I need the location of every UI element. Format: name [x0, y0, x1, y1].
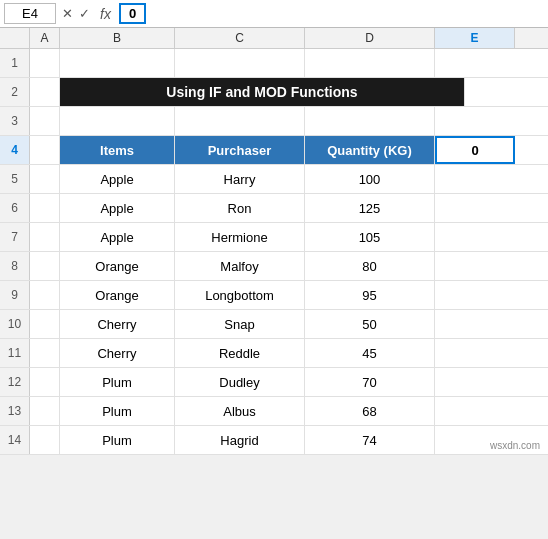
cell-reference-box[interactable]: E4 — [4, 3, 56, 24]
cell-a3[interactable] — [30, 107, 60, 135]
cell-e3[interactable] — [435, 107, 515, 135]
cell-a6[interactable] — [30, 194, 60, 222]
cell-e6[interactable] — [435, 194, 515, 222]
row-num-11: 11 — [0, 339, 30, 367]
row-2: 2 Using IF and MOD Functions — [0, 78, 548, 107]
row-12: 12 Plum Dudley 70 — [0, 368, 548, 397]
row-num-header — [0, 28, 30, 48]
cell-c9[interactable]: Longbottom — [175, 281, 305, 309]
cell-d12[interactable]: 70 — [305, 368, 435, 396]
cell-a1[interactable] — [30, 49, 60, 77]
confirm-icon[interactable]: ✓ — [77, 6, 92, 21]
cell-b8[interactable]: Orange — [60, 252, 175, 280]
cell-a10[interactable] — [30, 310, 60, 338]
cell-c11[interactable]: Reddle — [175, 339, 305, 367]
cell-a2[interactable] — [30, 78, 60, 106]
col-header-a: A — [30, 28, 60, 48]
cell-b14[interactable]: Plum — [60, 426, 175, 454]
cell-a8[interactable] — [30, 252, 60, 280]
cell-b10[interactable]: Cherry — [60, 310, 175, 338]
cell-d3[interactable] — [305, 107, 435, 135]
header-items[interactable]: Items — [60, 136, 175, 164]
row-num-10: 10 — [0, 310, 30, 338]
cell-d10[interactable]: 50 — [305, 310, 435, 338]
cancel-icon[interactable]: ✕ — [60, 6, 75, 21]
header-purchaser[interactable]: Purchaser — [175, 136, 305, 164]
col-header-e: E — [435, 28, 515, 48]
cell-e12[interactable] — [435, 368, 515, 396]
row-num-8: 8 — [0, 252, 30, 280]
row-11: 11 Cherry Reddle 45 — [0, 339, 548, 368]
row-9: 9 Orange Longbottom 95 — [0, 281, 548, 310]
row-3: 3 — [0, 107, 548, 136]
cell-b9[interactable]: Orange — [60, 281, 175, 309]
cell-b5[interactable]: Apple — [60, 165, 175, 193]
cell-c5[interactable]: Harry — [175, 165, 305, 193]
row-num-13: 13 — [0, 397, 30, 425]
cell-e2[interactable] — [465, 78, 545, 106]
cell-d9[interactable]: 95 — [305, 281, 435, 309]
row-num-2: 2 — [0, 78, 30, 106]
row-num-12: 12 — [0, 368, 30, 396]
cell-b11[interactable]: Cherry — [60, 339, 175, 367]
cell-c8[interactable]: Malfoy — [175, 252, 305, 280]
cell-e10[interactable] — [435, 310, 515, 338]
cell-c14[interactable]: Hagrid — [175, 426, 305, 454]
cell-a13[interactable] — [30, 397, 60, 425]
cell-d8[interactable]: 80 — [305, 252, 435, 280]
cell-c10[interactable]: Snap — [175, 310, 305, 338]
header-quantity[interactable]: Quantity (KG) — [305, 136, 435, 164]
cell-a9[interactable] — [30, 281, 60, 309]
cell-e5[interactable] — [435, 165, 515, 193]
cell-b6[interactable]: Apple — [60, 194, 175, 222]
cell-e9[interactable] — [435, 281, 515, 309]
cell-d11[interactable]: 45 — [305, 339, 435, 367]
cell-e8[interactable] — [435, 252, 515, 280]
col-header-d: D — [305, 28, 435, 48]
spreadsheet: A B C D E 1 2 Using IF and MOD Functions… — [0, 28, 548, 455]
cell-a11[interactable] — [30, 339, 60, 367]
col-header-c: C — [175, 28, 305, 48]
cell-d5[interactable]: 100 — [305, 165, 435, 193]
row-13: 13 Plum Albus 68 — [0, 397, 548, 426]
row-num-1: 1 — [0, 49, 30, 77]
cell-d6[interactable]: 125 — [305, 194, 435, 222]
cell-b1[interactable] — [60, 49, 175, 77]
cell-b13[interactable]: Plum — [60, 397, 175, 425]
cell-d13[interactable]: 68 — [305, 397, 435, 425]
cell-c1[interactable] — [175, 49, 305, 77]
cell-c6[interactable]: Ron — [175, 194, 305, 222]
row-5: 5 Apple Harry 100 — [0, 165, 548, 194]
cell-a14[interactable] — [30, 426, 60, 454]
cell-d7[interactable]: 105 — [305, 223, 435, 251]
spreadsheet-title: Using IF and MOD Functions — [60, 78, 465, 106]
cell-c12[interactable]: Dudley — [175, 368, 305, 396]
row-10: 10 Cherry Snap 50 — [0, 310, 548, 339]
formula-input[interactable]: 0 — [119, 3, 146, 24]
cell-a12[interactable] — [30, 368, 60, 396]
row-num-7: 7 — [0, 223, 30, 251]
cell-c13[interactable]: Albus — [175, 397, 305, 425]
row-num-5: 5 — [0, 165, 30, 193]
cell-a7[interactable] — [30, 223, 60, 251]
cell-b7[interactable]: Apple — [60, 223, 175, 251]
cell-b3[interactable] — [60, 107, 175, 135]
cell-a4[interactable] — [30, 136, 60, 164]
col-header-b: B — [60, 28, 175, 48]
cell-d14[interactable]: 74 — [305, 426, 435, 454]
row-6: 6 Apple Ron 125 — [0, 194, 548, 223]
cell-e1[interactable] — [435, 49, 515, 77]
row-14: 14 Plum Hagrid 74 — [0, 426, 548, 455]
row-7: 7 Apple Hermione 105 — [0, 223, 548, 252]
cell-c7[interactable]: Hermione — [175, 223, 305, 251]
cell-e4[interactable]: 0 — [435, 136, 515, 164]
cell-e13[interactable] — [435, 397, 515, 425]
row-num-4: 4 — [0, 136, 30, 164]
cell-e11[interactable] — [435, 339, 515, 367]
cell-e7[interactable] — [435, 223, 515, 251]
cell-d1[interactable] — [305, 49, 435, 77]
cell-b12[interactable]: Plum — [60, 368, 175, 396]
cell-a5[interactable] — [30, 165, 60, 193]
cell-c3[interactable] — [175, 107, 305, 135]
row-4: 4 Items Purchaser Quantity (KG) 0 — [0, 136, 548, 165]
